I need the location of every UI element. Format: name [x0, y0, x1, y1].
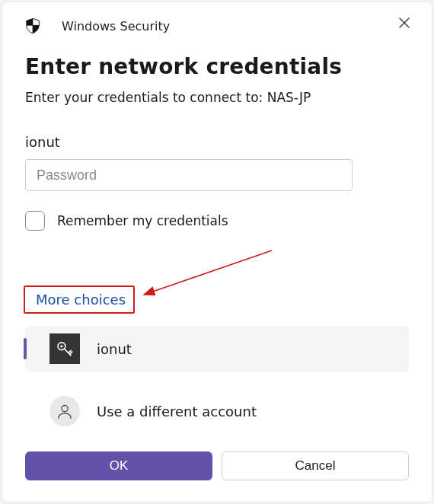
- account-label: ionut: [97, 341, 132, 357]
- shield-icon: [24, 17, 42, 35]
- dialog-button-row: OK Cancel: [25, 451, 409, 480]
- svg-point-3: [60, 345, 62, 347]
- dialog-subtitle: Enter your credentials to connect to: NA…: [25, 90, 409, 105]
- account-list: ionut Use a different account: [25, 326, 409, 434]
- key-icon: [49, 333, 80, 364]
- username-label: ionut: [25, 134, 409, 150]
- close-icon: [399, 16, 410, 32]
- annotation-highlight-box: More choices: [24, 285, 135, 314]
- account-option-different-account[interactable]: Use a different account: [25, 388, 409, 434]
- credentials-dialog: Windows Security Enter network credentia…: [2, 2, 432, 502]
- account-label: Use a different account: [97, 404, 257, 419]
- remember-checkbox[interactable]: [25, 211, 45, 231]
- dialog-heading: Enter network credentials: [25, 54, 409, 79]
- password-input[interactable]: [25, 159, 353, 191]
- more-choices-link[interactable]: More choices: [36, 292, 126, 308]
- app-title: Windows Security: [62, 19, 170, 33]
- remember-row: Remember my credentials: [25, 211, 409, 231]
- remember-label: Remember my credentials: [57, 213, 228, 228]
- ok-button[interactable]: OK: [25, 451, 212, 480]
- cancel-button[interactable]: Cancel: [222, 451, 409, 480]
- title-bar: Windows Security: [24, 2, 409, 49]
- svg-point-4: [62, 405, 68, 411]
- account-option-current-user[interactable]: ionut: [25, 326, 409, 372]
- close-button[interactable]: [394, 13, 415, 34]
- person-icon: [49, 396, 80, 426]
